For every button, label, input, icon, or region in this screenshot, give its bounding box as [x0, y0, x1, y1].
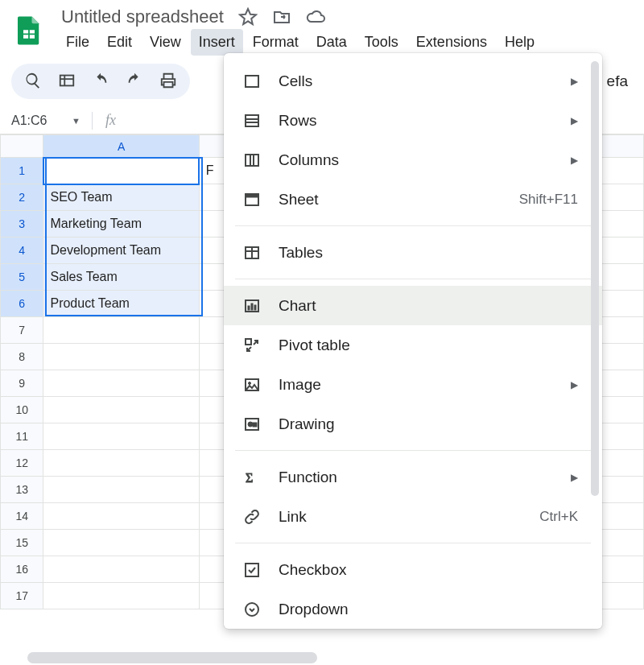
cell-A2[interactable]: SEO Team — [43, 184, 199, 211]
svg-rect-11 — [246, 155, 258, 166]
menu-item-label: Cells — [279, 72, 555, 90]
menu-item-label: Drawing — [279, 415, 578, 433]
row-header-13[interactable]: 13 — [1, 477, 43, 503]
menu-item-image[interactable]: Image▶ — [224, 365, 602, 404]
select-all-corner[interactable] — [1, 135, 43, 158]
row-header-6[interactable]: 6 — [1, 291, 43, 317]
menu-item-pivot[interactable]: Pivot table — [224, 325, 602, 365]
row-header-14[interactable]: 14 — [1, 503, 43, 530]
row-header-3[interactable]: 3 — [1, 211, 43, 238]
row-header-5[interactable]: 5 — [1, 264, 43, 291]
svg-rect-4 — [60, 75, 74, 85]
chevron-right-icon: ▶ — [571, 472, 578, 483]
menu-bar: FileEditViewInsertFormatDataToolsExtensi… — [58, 29, 543, 56]
menu-format[interactable]: Format — [245, 29, 307, 56]
svg-rect-21 — [251, 304, 253, 310]
row-header-9[interactable]: 9 — [1, 370, 43, 397]
row-header-11[interactable]: 11 — [1, 423, 43, 450]
cell-A8[interactable] — [43, 344, 199, 370]
menu-extensions[interactable]: Extensions — [408, 29, 495, 56]
cell-A4[interactable]: Development Team — [43, 238, 199, 264]
menu-item-rows[interactable]: Rows▶ — [224, 101, 602, 140]
menu-file[interactable]: File — [58, 29, 97, 56]
chevron-right-icon: ▶ — [571, 76, 578, 87]
search-icon[interactable] — [24, 72, 42, 92]
menu-item-dropdown[interactable]: Dropdown — [224, 589, 602, 629]
menu-item-columns[interactable]: Columns▶ — [224, 140, 602, 180]
cell-A13[interactable] — [43, 477, 199, 503]
fx-icon: fx — [105, 112, 116, 129]
row-header-7[interactable]: 7 — [1, 317, 43, 344]
cell-A17[interactable] — [43, 583, 199, 609]
svg-point-31 — [246, 603, 258, 616]
titlebar: Untitled spreadsheet FileEditViewInsertF… — [0, 0, 644, 56]
menu-item-shortcut: Ctrl+K — [539, 509, 578, 525]
menu-item-function[interactable]: ΣFunction▶ — [224, 457, 602, 497]
horizontal-scrollbar[interactable] — [27, 652, 317, 663]
menu-item-chart[interactable]: Chart — [224, 286, 602, 325]
col-header-A[interactable]: A — [43, 135, 199, 158]
cell-A3[interactable]: Marketing Team — [43, 211, 199, 238]
menu-item-cells[interactable]: Cells▶ — [224, 61, 602, 101]
link-icon — [242, 506, 262, 527]
image-icon — [242, 374, 262, 395]
cell-icon — [242, 71, 262, 92]
svg-rect-23 — [246, 339, 251, 345]
menu-scrollbar[interactable] — [591, 61, 599, 496]
menu-item-checkbox[interactable]: Checkbox — [224, 550, 602, 589]
menu-item-drawing[interactable]: Drawing — [224, 404, 602, 444]
cell-A16[interactable] — [43, 556, 199, 583]
menu-item-label: Sheet — [279, 191, 503, 209]
print-icon[interactable] — [159, 72, 177, 92]
row-header-2[interactable]: 2 — [1, 184, 43, 211]
menu-item-label: Function — [279, 469, 555, 486]
row-header-8[interactable]: 8 — [1, 344, 43, 370]
menu-item-link[interactable]: LinkCtrl+K — [224, 497, 602, 536]
cell-A10[interactable] — [43, 397, 199, 423]
cell-A7[interactable] — [43, 317, 199, 344]
row-header-15[interactable]: 15 — [1, 530, 43, 556]
menu-item-label: Columns — [279, 151, 555, 169]
menu-edit[interactable]: Edit — [99, 29, 140, 56]
menu-item-sheet[interactable]: SheetShift+F11 — [224, 180, 602, 219]
move-icon[interactable] — [272, 7, 291, 27]
menu-item-label: Chart — [279, 297, 578, 315]
row-header-17[interactable]: 17 — [1, 583, 43, 609]
filter-views-icon[interactable] — [58, 72, 76, 92]
cell-A6[interactable]: Product Team — [43, 291, 199, 317]
svg-rect-28 — [253, 423, 257, 427]
svg-rect-20 — [248, 306, 250, 310]
name-box-value: A1:C6 — [11, 114, 47, 128]
name-box[interactable]: A1:C6 ▼ — [11, 114, 92, 128]
cell-A14[interactable] — [43, 503, 199, 530]
menu-tools[interactable]: Tools — [357, 29, 407, 56]
row-header-1[interactable]: 1 — [1, 158, 43, 184]
undo-icon[interactable] — [92, 72, 109, 92]
cell-A15[interactable] — [43, 530, 199, 556]
doc-title[interactable]: Untitled spreadsheet — [58, 5, 227, 29]
pivot-icon — [242, 335, 262, 356]
row-header-10[interactable]: 10 — [1, 397, 43, 423]
menu-data[interactable]: Data — [308, 29, 355, 56]
row-header-16[interactable]: 16 — [1, 556, 43, 583]
menu-item-label: Image — [279, 376, 555, 394]
sheets-logo[interactable] — [10, 11, 48, 50]
menu-item-shortcut: Shift+F11 — [519, 192, 578, 208]
cell-A11[interactable] — [43, 423, 199, 450]
cell-A5[interactable]: Sales Team — [43, 264, 199, 291]
menu-view[interactable]: View — [142, 29, 189, 56]
cell-A12[interactable] — [43, 450, 199, 477]
menu-item-tables[interactable]: Tables — [224, 233, 602, 272]
menu-help[interactable]: Help — [497, 29, 543, 56]
svg-text:Σ: Σ — [246, 471, 253, 485]
cloud-status-icon[interactable] — [306, 7, 325, 27]
cell-A1[interactable] — [43, 158, 199, 184]
star-icon[interactable] — [238, 7, 258, 27]
row-header-12[interactable]: 12 — [1, 450, 43, 477]
redo-icon[interactable] — [126, 72, 143, 92]
row-header-4[interactable]: 4 — [1, 238, 43, 264]
menu-insert[interactable]: Insert — [191, 29, 243, 56]
cell-A9[interactable] — [43, 370, 199, 397]
svg-point-27 — [248, 422, 253, 427]
insert-menu: Cells▶Rows▶Columns▶SheetShift+F11TablesC… — [224, 53, 602, 629]
